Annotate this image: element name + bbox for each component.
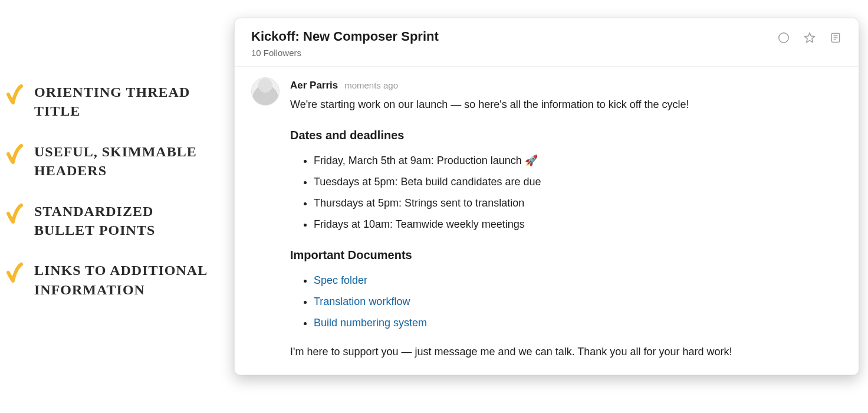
check-icon [6, 262, 24, 286]
annotation-item: Orienting thread title [6, 83, 218, 121]
annotation-text: Orienting thread title [34, 83, 218, 121]
post-timestamp: moments ago [344, 80, 398, 90]
svg-point-0 [779, 33, 789, 43]
header-left: Kickoff: New Composer Sprint 10 Follower… [251, 29, 439, 58]
list-item: Spec folder [314, 273, 842, 289]
annotation-text: Useful, skimmable headers [34, 142, 218, 181]
post-meta: Aer Parris moments ago [290, 77, 842, 93]
doc-link[interactable]: Translation workflow [314, 296, 410, 307]
list-item: Friday, March 5th at 9am: Production lau… [314, 153, 842, 169]
check-icon [6, 203, 24, 227]
author-avatar[interactable] [251, 77, 280, 106]
docs-list: Spec folder Translation workflow Build n… [290, 273, 842, 332]
circle-icon[interactable] [777, 31, 790, 44]
thread-body: Aer Parris moments ago We're starting wo… [235, 67, 859, 375]
header-actions [777, 31, 842, 44]
thread-header: Kickoff: New Composer Sprint 10 Follower… [235, 18, 859, 67]
list-item: Translation workflow [314, 294, 842, 310]
author-name[interactable]: Aer Parris [290, 80, 338, 91]
followers-count[interactable]: 10 Followers [251, 48, 439, 58]
doc-link[interactable]: Spec folder [314, 274, 367, 286]
thread-card: Kickoff: New Composer Sprint 10 Follower… [234, 18, 859, 375]
post-content: Aer Parris moments ago We're starting wo… [290, 77, 842, 360]
check-icon [6, 84, 24, 107]
document-icon[interactable] [829, 31, 842, 44]
list-item: Thursdays at 5pm: Strings sent to transl… [314, 195, 842, 212]
doc-link[interactable]: Build numbering system [314, 317, 427, 329]
section-heading-docs: Important Documents [290, 246, 842, 264]
thread-title: Kickoff: New Composer Sprint [251, 29, 439, 44]
annotation-item: Standardized bullet points [6, 202, 218, 240]
closing-text: I'm here to support you — just message m… [290, 344, 842, 360]
list-item: Fridays at 10am: Teamwide weekly meeting… [314, 217, 842, 233]
check-icon [6, 143, 24, 167]
annotation-item: Useful, skimmable headers [6, 142, 218, 181]
annotation-text: Links to additional information [34, 261, 218, 299]
section-heading-dates: Dates and deadlines [290, 126, 842, 145]
intro-text: We're starting work on our launch — so h… [290, 97, 842, 113]
dates-list: Friday, March 5th at 9am: Production lau… [290, 153, 842, 233]
star-icon[interactable] [803, 31, 816, 44]
annotations-list: Orienting thread title Useful, skimmable… [6, 83, 218, 320]
list-item: Build numbering system [314, 315, 842, 332]
annotation-item: Links to additional information [6, 261, 218, 299]
annotation-text: Standardized bullet points [34, 202, 218, 240]
list-item: Tuesdays at 5pm: Beta build candidates a… [314, 174, 842, 191]
